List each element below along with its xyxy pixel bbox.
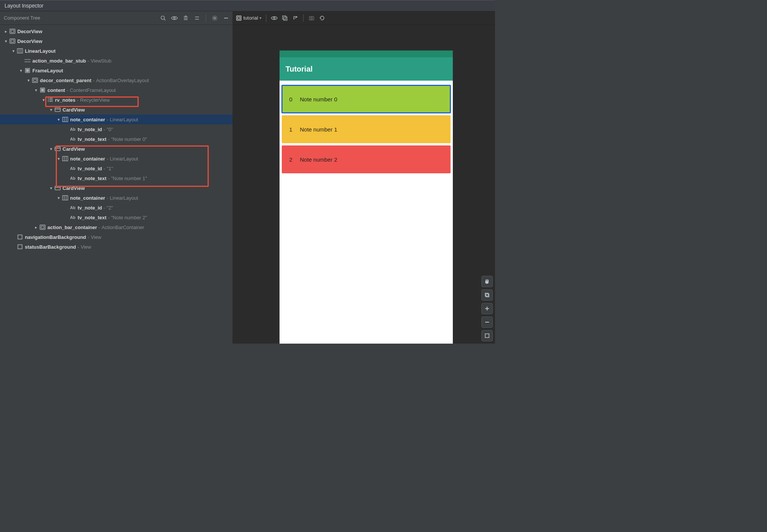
svg-point-8 bbox=[214, 17, 216, 19]
tree-row[interactable]: ▾LinearLayout bbox=[0, 46, 232, 56]
tree-row[interactable]: ▸DecorView bbox=[0, 26, 232, 36]
expand-all-icon[interactable] bbox=[182, 15, 189, 21]
svg-rect-28 bbox=[34, 79, 37, 81]
node-name: rv_notes bbox=[55, 97, 75, 103]
zoom-fit-button[interactable] bbox=[481, 330, 493, 341]
node-type: LinearLayout bbox=[110, 195, 138, 201]
tree-row[interactable]: ▾note_container - LinearLayout bbox=[0, 115, 232, 124]
tree-row[interactable]: navigationBarBackground - View bbox=[0, 232, 232, 242]
tree-row[interactable]: Abtv_note_id - "1" bbox=[0, 164, 232, 173]
pan-tool-button[interactable] bbox=[481, 276, 493, 287]
linear-icon bbox=[62, 117, 69, 122]
note-id: 0 bbox=[282, 96, 300, 102]
device-selector[interactable]: tutorial ▾ bbox=[236, 15, 261, 21]
layers-button[interactable] bbox=[481, 289, 493, 301]
gear-icon[interactable] bbox=[211, 15, 218, 21]
node-value: "1" bbox=[107, 166, 113, 171]
eye-icon[interactable] bbox=[271, 15, 278, 21]
tree-toolbar bbox=[160, 14, 229, 22]
tree-row[interactable]: Abtv_note_text - "Note number 2" bbox=[0, 212, 232, 222]
node-type: ActionBarContainer bbox=[102, 225, 144, 230]
note-card[interactable]: 0Note number 0 bbox=[282, 85, 451, 113]
chevron-down-icon[interactable]: ▾ bbox=[48, 147, 54, 151]
snapshot-icon[interactable] bbox=[308, 15, 315, 21]
svg-rect-30 bbox=[41, 89, 44, 91]
tree-row[interactable]: Abtv_note_text - "Note number 0" bbox=[0, 134, 232, 144]
chevron-right-icon[interactable]: ▸ bbox=[3, 29, 9, 34]
list-icon bbox=[47, 97, 53, 102]
view-icon bbox=[32, 78, 38, 83]
tree-row[interactable]: Abtv_note_id - "2" bbox=[0, 203, 232, 212]
preview-canvas[interactable]: Tutorial 0Note number 01Note number 12No… bbox=[233, 25, 495, 344]
chevron-down-icon[interactable]: ▾ bbox=[11, 49, 17, 54]
node-name: note_container bbox=[70, 195, 105, 201]
note-text: Note number 2 bbox=[300, 156, 337, 163]
chevron-down-icon[interactable]: ▾ bbox=[48, 186, 54, 191]
chevron-down-icon[interactable]: ▾ bbox=[26, 78, 32, 83]
tree-row[interactable]: ▾FrameLayout bbox=[0, 66, 232, 75]
tree-row[interactable]: ▾rv_notes - RecyclerView bbox=[0, 95, 232, 105]
note-text: Note number 1 bbox=[300, 126, 337, 133]
node-value: "2" bbox=[107, 205, 113, 211]
svg-rect-26 bbox=[26, 69, 29, 72]
tree-row[interactable]: ▾decor_content_parent - ActionBarOverlay… bbox=[0, 75, 232, 85]
node-type: RecyclerView bbox=[80, 97, 110, 103]
note-card[interactable]: 1Note number 1 bbox=[282, 115, 451, 143]
linear-icon bbox=[62, 156, 69, 161]
tree-row[interactable]: ▾note_container - LinearLayout bbox=[0, 154, 232, 164]
svg-point-0 bbox=[161, 16, 165, 19]
component-tree[interactable]: ▸DecorView▾DecorView▾LinearLayoutaction_… bbox=[0, 25, 232, 344]
collapse-all-icon[interactable] bbox=[194, 15, 200, 21]
text-icon: Ab bbox=[69, 166, 76, 171]
eye-icon[interactable] bbox=[171, 15, 178, 21]
svg-point-19 bbox=[28, 59, 29, 60]
svg-point-23 bbox=[28, 61, 29, 63]
chevron-down-icon[interactable]: ▾ bbox=[56, 156, 62, 161]
note-card[interactable]: 2Note number 2 bbox=[282, 145, 451, 173]
chevron-down-icon[interactable]: ▾ bbox=[33, 88, 39, 93]
card-icon bbox=[54, 147, 61, 151]
search-icon[interactable] bbox=[160, 15, 167, 21]
minimize-icon[interactable] bbox=[223, 15, 229, 21]
box-icon bbox=[17, 244, 23, 249]
svg-point-35 bbox=[48, 101, 49, 102]
tree-row[interactable]: ▾content - ContentFrameLayout bbox=[0, 85, 232, 95]
export-icon[interactable] bbox=[292, 15, 299, 21]
node-name: action_bar_container bbox=[47, 225, 97, 230]
tree-row[interactable]: statusBarBackground - View bbox=[0, 242, 232, 252]
node-name: DecorView bbox=[17, 29, 42, 34]
zoom-out-button[interactable] bbox=[481, 316, 493, 328]
chevron-right-icon[interactable]: ▸ bbox=[33, 225, 39, 230]
node-name: tv_note_id bbox=[78, 205, 102, 211]
svg-rect-10 bbox=[10, 29, 15, 34]
preview-panel: tutorial ▾ bbox=[233, 11, 495, 344]
tree-row[interactable]: ▾DecorView bbox=[0, 36, 232, 46]
svg-point-22 bbox=[26, 61, 28, 63]
svg-rect-44 bbox=[63, 156, 68, 161]
status-bar bbox=[280, 50, 453, 57]
node-name: action_mode_bar_stub bbox=[32, 58, 86, 64]
tree-row[interactable]: action_mode_bar_stub - ViewStub bbox=[0, 56, 232, 66]
svg-rect-52 bbox=[40, 225, 45, 229]
overlay-icon[interactable] bbox=[281, 15, 288, 21]
text-icon: Ab bbox=[69, 127, 76, 131]
tree-row[interactable]: ▾CardView bbox=[0, 183, 232, 193]
chevron-down-icon[interactable]: ▾ bbox=[18, 68, 24, 73]
chevron-down-icon[interactable]: ▾ bbox=[56, 117, 62, 122]
stub-icon bbox=[24, 59, 31, 63]
chevron-down-icon[interactable]: ▾ bbox=[48, 107, 54, 112]
svg-rect-64 bbox=[486, 294, 489, 297]
tree-row[interactable]: ▸action_bar_container - ActionBarContain… bbox=[0, 222, 232, 232]
zoom-in-button[interactable] bbox=[481, 303, 493, 314]
tree-row[interactable]: ▾CardView bbox=[0, 105, 232, 115]
tree-row[interactable]: Abtv_note_text - "Note number 1" bbox=[0, 173, 232, 183]
tree-row[interactable]: ▾note_container - LinearLayout bbox=[0, 193, 232, 203]
tree-row[interactable]: Abtv_note_id - "0" bbox=[0, 124, 232, 134]
chevron-down-icon[interactable]: ▾ bbox=[3, 39, 9, 44]
tree-row[interactable]: ▾CardView bbox=[0, 144, 232, 154]
note-id: 1 bbox=[282, 126, 300, 133]
refresh-icon[interactable] bbox=[319, 15, 325, 21]
chevron-down-icon[interactable]: ▾ bbox=[41, 98, 47, 102]
chevron-down-icon[interactable]: ▾ bbox=[56, 196, 62, 200]
svg-rect-13 bbox=[11, 40, 14, 42]
